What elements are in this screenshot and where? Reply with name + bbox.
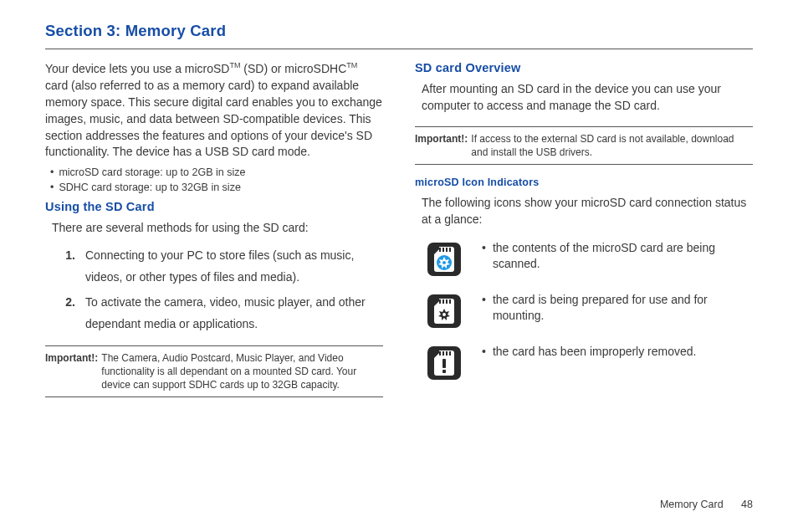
intro-paragraph: Your device lets you use a microSDTM (SD… [45,61,383,161]
indicators-intro: The following icons show your microSD ca… [422,195,753,228]
page-number: 48 [741,499,753,510]
indicators-heading: microSD Icon Indicators [415,176,753,188]
left-column: Your device lets you use a microSDTM (SD… [45,61,383,397]
svg-rect-8 [439,299,441,304]
method-number: 2. [50,292,75,335]
icon-indicator-list: • the contents of the microSD card are b… [415,240,753,382]
svg-rect-11 [449,299,451,304]
svg-rect-4 [449,248,451,252]
svg-rect-10 [446,299,448,304]
icon-row-prepare: • the card is being prepared for use and… [425,292,753,330]
method-item-1: 1. Connecting to your PC to store files … [50,245,383,289]
important-note-right: Important!: If access to the external SD… [415,126,753,165]
two-column-layout: Your device lets you use a microSDTM (SD… [45,61,753,397]
method-text: To activate the camera, video, music pla… [85,292,383,335]
svg-rect-16 [446,351,448,356]
using-intro: There are several methods for using the … [52,220,383,237]
bullet-icon: • [482,293,486,306]
intro-text-1: Your device lets you use a microSD [45,62,229,75]
svg-rect-1 [439,248,441,252]
method-text: Connecting to your PC to store files (su… [85,245,383,289]
sd-removed-icon [425,344,463,382]
icon-text: the contents of the microSD card are bei… [493,240,753,272]
svg-rect-3 [446,248,448,252]
important-text: If access to the external SD card is not… [471,132,753,159]
footer-label: Memory Card [660,499,724,510]
icon-text: the card is being prepared for use and f… [493,292,753,324]
overview-heading: SD card Overview [415,61,753,74]
svg-rect-18 [442,359,446,368]
footer: Memory Card 48 [660,499,753,510]
svg-rect-17 [449,351,451,356]
svg-point-12 [442,313,446,316]
bullet-item: microSD card storage: up to 2GB in size [50,166,383,178]
icon-row-removed: • the card has been improperly removed. [425,344,753,382]
icon-text: the card has been improperly removed. [493,344,753,360]
svg-rect-19 [442,370,446,373]
important-note-left: Important!: The Camera, Audio Postcard, … [45,345,383,398]
bullet-icon: • [482,241,486,254]
using-sd-heading: Using the SD Card [45,200,383,213]
svg-rect-14 [439,351,441,356]
important-text: The Camera, Audio Postcard, Music Player… [101,351,383,392]
intro-text-3: card (also referred to as a memory card)… [45,79,382,159]
svg-rect-15 [442,351,444,356]
sd-scan-icon [425,240,463,279]
tm-2: TM [346,61,357,69]
svg-rect-9 [442,299,444,304]
overview-text: After mounting an SD card in the device … [422,81,753,115]
tm-1: TM [229,61,240,69]
method-number: 1. [50,245,75,289]
svg-point-6 [442,261,446,264]
method-item-2: 2. To activate the camera, video, music … [50,292,383,335]
storage-bullets: microSD card storage: up to 2GB in size … [45,166,383,193]
right-column: SD card Overview After mounting an SD ca… [415,61,753,397]
sd-prepare-icon [425,292,463,330]
important-label: Important!: [45,351,98,392]
method-list: 1. Connecting to your PC to store files … [50,245,383,335]
intro-text-2: (SD) or microSDHC [240,62,346,75]
important-label: Important!: [415,132,468,159]
bullet-icon: • [482,345,486,358]
section-title: Section 3: Memory Card [45,22,753,49]
bullet-item: SDHC card storage: up to 32GB in size [50,182,383,193]
svg-rect-2 [442,248,444,252]
icon-row-scan: • the contents of the microSD card are b… [425,240,753,279]
